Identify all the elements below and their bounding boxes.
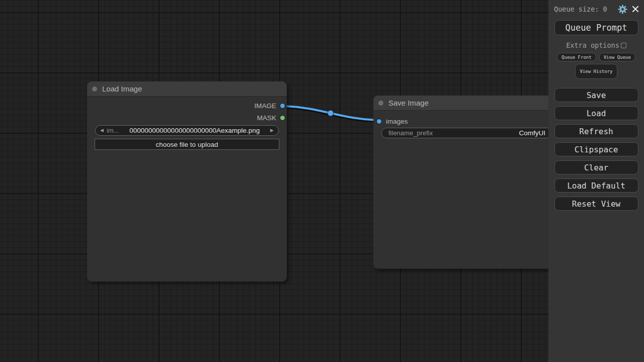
queue-header: Queue size: 0 <box>548 1 644 17</box>
input-dot-images[interactable] <box>377 119 381 124</box>
node-title: Load Image <box>102 84 142 93</box>
image-file-combo[interactable]: ◀ im... 00000000000000000000000Aexample.… <box>95 125 279 136</box>
node-save-image-titlebar[interactable]: Save Image <box>373 96 554 111</box>
choose-file-button[interactable]: choose file to upload <box>95 139 279 150</box>
combo-prev-icon[interactable]: ◀ <box>100 128 104 133</box>
clipspace-button[interactable]: Clipspace <box>554 142 638 156</box>
comfy-menu: Queue size: 0 <box>548 0 644 362</box>
graph-canvas[interactable]: Load Image IMAGE MASK ◀ im... 0000000000… <box>0 0 644 362</box>
node-load-image-body: IMAGE MASK ◀ im... 000000000000000000000… <box>87 97 287 282</box>
output-slot-image-label: IMAGE <box>254 102 276 110</box>
clear-button[interactable]: Clear <box>554 160 638 174</box>
node-save-image[interactable]: Save Image images filename_prefix ComfyU… <box>373 96 554 269</box>
load-button[interactable]: Load <box>554 106 638 120</box>
combo-next-icon[interactable]: ▶ <box>270 128 274 133</box>
combo-selected-value: 00000000000000000000000Aexample.png <box>119 127 270 134</box>
collapse-dot-icon[interactable] <box>92 86 97 92</box>
filename-prefix-value: ComfyUI <box>519 129 545 137</box>
settings-gear-icon[interactable] <box>618 5 627 14</box>
link-midpoint-dot[interactable] <box>328 110 334 116</box>
queue-size-label: Queue size: 0 <box>554 5 607 13</box>
queue-prompt-button[interactable]: Queue Prompt <box>554 20 638 35</box>
node-title: Save Image <box>388 99 429 107</box>
load-default-button[interactable]: Load Default <box>554 178 638 193</box>
node-save-image-body: images filename_prefix ComfyUI <box>373 111 554 268</box>
refresh-button[interactable]: Refresh <box>554 124 638 138</box>
input-slot-images[interactable]: images <box>377 118 408 125</box>
queue-actions-row: Queue Front View Queue <box>557 53 635 61</box>
output-slot-mask-label: MASK <box>257 114 276 122</box>
extra-options-checkbox[interactable] <box>621 43 626 48</box>
queue-front-button[interactable]: Queue Front <box>557 53 596 61</box>
view-history-button[interactable]: View History <box>575 64 617 79</box>
reset-view-button[interactable]: Reset View <box>554 197 638 211</box>
output-slot-image[interactable]: IMAGE <box>254 102 285 110</box>
close-menu-icon[interactable] <box>632 6 639 13</box>
queue-size-value: 0 <box>603 5 607 13</box>
filename-prefix-label: filename_prefix <box>388 129 433 137</box>
save-button[interactable]: Save <box>554 88 638 102</box>
filename-prefix-field[interactable]: filename_prefix ComfyUI <box>381 128 552 138</box>
output-dot-image[interactable] <box>280 104 285 108</box>
node-load-image-titlebar[interactable]: Load Image <box>87 81 287 97</box>
input-slot-images-label: images <box>386 118 408 125</box>
output-dot-mask[interactable] <box>280 116 285 120</box>
node-load-image[interactable]: Load Image IMAGE MASK ◀ im... 0000000000… <box>87 81 287 282</box>
extra-options-label: Extra options <box>566 41 619 49</box>
link-image-to-images <box>284 106 377 120</box>
collapse-dot-icon[interactable] <box>378 101 383 106</box>
view-queue-button[interactable]: View Queue <box>599 53 635 61</box>
extra-options-row: Extra options <box>566 41 626 49</box>
output-slot-mask[interactable]: MASK <box>257 114 285 122</box>
link-shadow <box>284 107 377 121</box>
combo-param-name: im... <box>107 127 119 134</box>
